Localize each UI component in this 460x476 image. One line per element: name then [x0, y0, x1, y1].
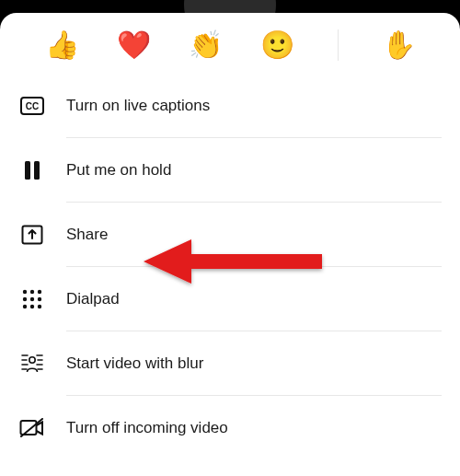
svg-rect-2	[25, 161, 30, 180]
svg-point-9	[30, 297, 34, 301]
svg-point-8	[23, 297, 27, 301]
menu-label: Share	[66, 226, 108, 244]
blur-icon	[18, 350, 46, 377]
reaction-raise-hand[interactable]: ✋	[382, 31, 416, 59]
reaction-bar: 👍 ❤️ 👏 🙂 ✋	[0, 13, 460, 74]
svg-point-5	[23, 290, 27, 294]
svg-point-14	[29, 357, 35, 363]
menu-item-blur[interactable]: Start video with blur	[18, 331, 442, 396]
svg-point-7	[38, 290, 41, 294]
svg-point-11	[23, 305, 27, 308]
reaction-divider	[338, 29, 339, 61]
menu-item-incoming-off[interactable]: Turn off incoming video	[18, 396, 442, 460]
menu-item-captions[interactable]: CC Turn on live captions	[18, 74, 442, 138]
video-off-icon	[18, 414, 46, 442]
svg-rect-15	[21, 421, 37, 435]
reaction-applause[interactable]: 👏	[189, 31, 223, 59]
captions-icon: CC	[18, 92, 46, 120]
dialpad-icon	[18, 285, 46, 313]
reaction-laugh[interactable]: 🙂	[260, 31, 294, 59]
menu-item-hold[interactable]: Put me on hold	[18, 138, 442, 203]
menu-item-dialpad[interactable]: Dialpad	[18, 267, 442, 331]
svg-point-13	[38, 305, 41, 308]
reaction-heart[interactable]: ❤️	[117, 31, 151, 59]
menu-label: Put me on hold	[66, 161, 171, 180]
share-icon	[18, 221, 46, 249]
menu-label: Dialpad	[66, 290, 120, 308]
menu-label: Turn on live captions	[66, 97, 210, 115]
action-sheet: 👍 ❤️ 👏 🙂 ✋ CC Turn on live captions	[0, 13, 460, 476]
svg-point-6	[30, 290, 34, 294]
reaction-like[interactable]: 👍	[45, 31, 79, 59]
menu-item-share[interactable]: Share	[18, 203, 442, 267]
svg-rect-3	[34, 161, 40, 180]
menu-label: Start video with blur	[66, 354, 203, 373]
svg-point-10	[38, 297, 41, 301]
svg-text:CC: CC	[26, 101, 39, 111]
pause-icon	[18, 157, 46, 184]
menu-label: Turn off incoming video	[66, 419, 228, 437]
svg-point-12	[30, 305, 34, 308]
menu-list: CC Turn on live captions Put me on hold	[0, 74, 460, 460]
